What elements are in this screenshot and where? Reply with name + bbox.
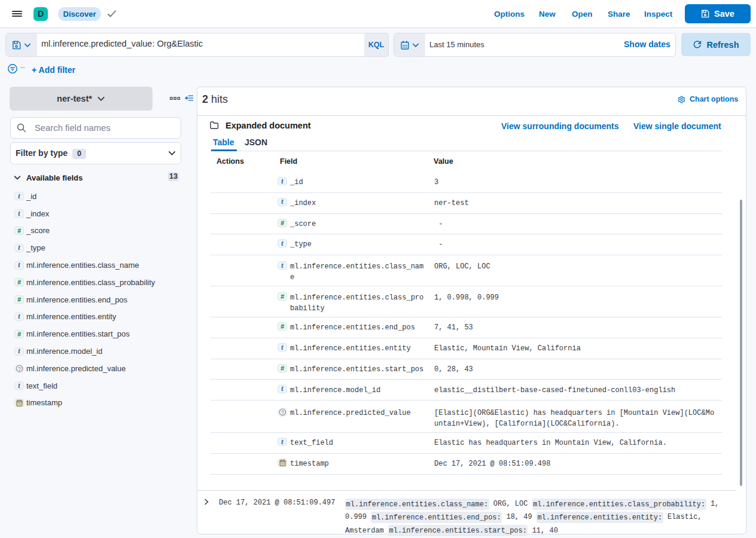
svg-text:?: ? — [18, 365, 21, 371]
svg-text:?: ? — [281, 409, 284, 415]
